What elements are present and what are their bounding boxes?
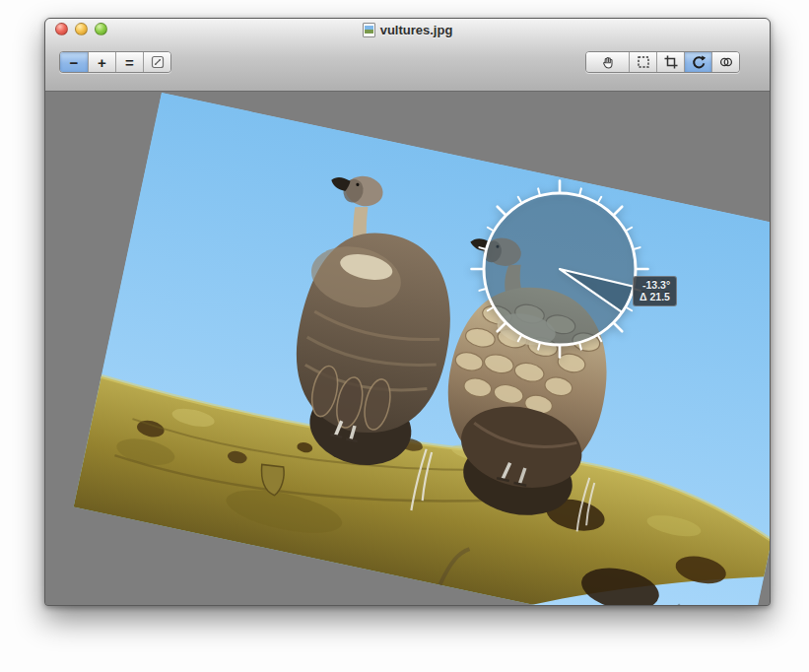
crop-icon <box>663 54 679 70</box>
rotation-angle-value: -13.3° <box>640 279 670 291</box>
equals-icon: = <box>125 54 134 71</box>
toolbar: − + = <box>45 40 770 92</box>
rotate-icon <box>691 54 707 70</box>
zoom-to-fit-button[interactable] <box>143 52 170 72</box>
overlap-circles-icon <box>718 54 734 70</box>
document-icon <box>363 23 375 37</box>
pan-tool-button[interactable] <box>586 52 629 72</box>
titlebar[interactable]: vultures.jpg <box>45 19 770 40</box>
image-viewer-window: vultures.jpg − + = <box>44 18 771 606</box>
select-tool-button[interactable] <box>629 52 656 72</box>
extract-tool-button[interactable] <box>711 52 739 72</box>
marquee-icon <box>636 54 651 70</box>
actual-size-button[interactable]: = <box>115 52 143 72</box>
hand-icon <box>600 54 616 70</box>
zoom-segmented-control: − + = <box>59 51 171 73</box>
window-chrome: vultures.jpg − + = <box>45 19 770 92</box>
zoom-out-button[interactable]: − <box>60 52 88 72</box>
minus-icon: − <box>70 54 79 71</box>
crop-tool-button[interactable] <box>656 52 684 72</box>
rotation-angle-badge: -13.3° Δ 21.5 <box>633 276 677 306</box>
canvas-area: -13.3° Δ 21.5 <box>45 93 771 606</box>
rotation-dial[interactable] <box>45 93 771 606</box>
rotation-delta-value: Δ 21.5 <box>640 291 670 302</box>
plus-icon: + <box>98 54 106 71</box>
tools-segmented-control <box>585 51 740 73</box>
zoom-in-button[interactable]: + <box>88 52 115 72</box>
window-title: vultures.jpg <box>380 23 453 37</box>
fit-icon <box>150 54 166 70</box>
rotate-tool-button[interactable] <box>684 52 711 72</box>
